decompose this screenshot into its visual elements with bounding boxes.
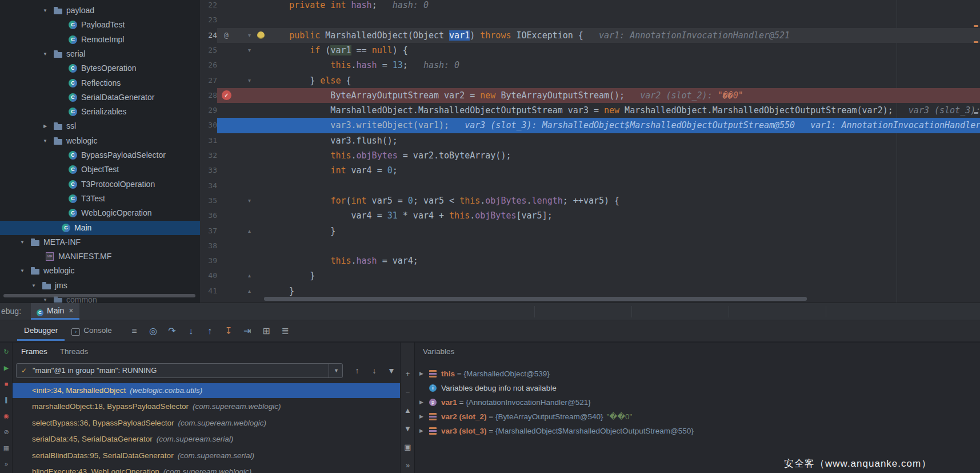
tree-item-jms[interactable]: ▼jms bbox=[0, 279, 200, 293]
breakpoint-icon[interactable]: ✓ bbox=[222, 90, 231, 100]
tree-item-serializables[interactable]: CSerializables bbox=[0, 105, 200, 119]
code-line-32[interactable]: 32 this.objBytes = var2.toByteArray(); bbox=[200, 148, 980, 163]
mute-breakpoints-icon[interactable]: ⊘ bbox=[0, 425, 13, 439]
more-actions-icon[interactable]: » bbox=[401, 461, 415, 470]
step-over-icon[interactable]: ↷ bbox=[166, 320, 178, 341]
view-breakpoints-icon[interactable]: ◉ bbox=[0, 409, 13, 423]
tree-item-weblogic[interactable]: ▼weblogic bbox=[0, 134, 200, 148]
code-line-35[interactable]: 35▾ for(int var5 = 0; var5 < this.objByt… bbox=[200, 193, 980, 208]
stop-icon[interactable]: ■ bbox=[0, 377, 13, 391]
close-icon[interactable]: × bbox=[69, 306, 73, 315]
fold-marker-icon[interactable]: ▴ bbox=[248, 224, 251, 239]
variable-row[interactable]: ▶pvar1 = {AnnotationInvocationHandler@52… bbox=[415, 395, 980, 410]
frame-row[interactable]: serialBlindDatas:95, SerialDataGenerator… bbox=[13, 448, 400, 463]
run-to-cursor-icon[interactable]: ⇥ bbox=[242, 320, 253, 341]
code-line-27[interactable]: 27▾ } else { bbox=[200, 73, 980, 88]
variable-row[interactable]: iVariables debug info not available bbox=[415, 381, 980, 395]
variable-row[interactable]: ▶this = {MarshalledObject@539} bbox=[415, 367, 980, 381]
tree-item-ssl[interactable]: ▶ssl bbox=[0, 119, 200, 133]
frame-row[interactable]: serialData:45, SerialDataGenerator(com.s… bbox=[13, 432, 400, 447]
evaluate-expression-icon[interactable]: ⊞ bbox=[261, 320, 272, 341]
code-line-36[interactable]: 36 var4 = 31 * var4 + this.objBytes[var5… bbox=[200, 208, 980, 223]
code-line-22[interactable]: 22 private int hash; hash: 0 bbox=[200, 0, 980, 13]
chevron-expanded-icon[interactable]: ▼ bbox=[41, 134, 49, 148]
fold-marker-icon[interactable]: ▾ bbox=[248, 28, 251, 43]
chevron-expanded-icon[interactable]: ▼ bbox=[30, 279, 38, 293]
error-stripe-mark[interactable] bbox=[974, 25, 978, 27]
tree-item-bypasspayloadselector[interactable]: CBypassPayloadSelector bbox=[0, 148, 200, 162]
tab-debugger[interactable]: Debugger bbox=[17, 320, 65, 341]
chevron-right-icon[interactable]: ▶ bbox=[419, 367, 423, 381]
code-line-28[interactable]: 28✓ ByteArrayOutputStream var2 = new Byt… bbox=[200, 88, 980, 103]
tree-item-serialdatagenerator[interactable]: CSerialDataGenerator bbox=[0, 90, 200, 105]
tree-item-main[interactable]: CMain bbox=[0, 221, 200, 235]
frame-row[interactable]: blindExecute:43, WebLogicOperation(com.s… bbox=[13, 464, 400, 473]
step-into-icon[interactable]: ↓ bbox=[185, 320, 197, 341]
variable-row[interactable]: ▶var2 (slot_2) = {ByteArrayOutputStream@… bbox=[415, 410, 980, 424]
code-line-23[interactable]: 23 bbox=[200, 13, 980, 27]
code-line-34[interactable]: 34 bbox=[200, 178, 980, 193]
editor-horizontal-scrollbar[interactable] bbox=[264, 297, 807, 301]
fold-marker-icon[interactable]: ▾ bbox=[248, 73, 251, 88]
code-line-31[interactable]: 31 var3.flush(); bbox=[200, 133, 980, 148]
layout-settings-icon[interactable]: ≡ bbox=[129, 320, 140, 341]
tree-item-weblogic[interactable]: ▼weblogic bbox=[0, 264, 200, 278]
tree-item-t3test[interactable]: CT3Test bbox=[0, 192, 200, 206]
force-step-into-icon[interactable]: ↧ bbox=[223, 320, 234, 341]
tree-item-objecttest[interactable]: CObjectTest bbox=[0, 162, 200, 177]
code-line-38[interactable]: 38 bbox=[200, 239, 980, 253]
code-line-39[interactable]: 39 this.hash = var4; bbox=[200, 253, 980, 268]
settings-grid-icon[interactable]: ▦ bbox=[0, 441, 13, 455]
frame-row[interactable]: selectBypass:36, BypassPayloadSelector(c… bbox=[13, 416, 400, 431]
more-icon[interactable]: » bbox=[0, 457, 13, 471]
intention-bulb-icon[interactable] bbox=[257, 31, 265, 39]
trace-icon[interactable]: ≣ bbox=[279, 320, 291, 341]
code-line-40[interactable]: 40▴ } bbox=[200, 268, 980, 283]
copy-icon[interactable]: ▣ bbox=[401, 443, 415, 451]
code-line-29[interactable]: 29 MarshalledObject.MarshalledObjectOutp… bbox=[200, 103, 980, 118]
code-line-33[interactable]: 33 int var4 = 0; bbox=[200, 163, 980, 178]
fold-marker-icon[interactable]: ▾ bbox=[248, 193, 251, 208]
tree-item-serial[interactable]: ▼serial bbox=[0, 47, 200, 61]
expand-down-icon[interactable]: ▼ bbox=[401, 424, 415, 433]
tree-item-payload[interactable]: ▼payload bbox=[0, 3, 200, 18]
code-line-30[interactable]: 30 var3.writeObject(var1); var3 (slot_3)… bbox=[200, 118, 980, 133]
remove-watch-icon[interactable]: − bbox=[401, 388, 415, 396]
tree-item-reflections[interactable]: CReflections bbox=[0, 76, 200, 90]
project-tree-scrollbar[interactable] bbox=[3, 294, 195, 297]
tree-item-remoteimpl[interactable]: CRemoteImpl bbox=[0, 33, 200, 47]
tree-item-bytesoperation[interactable]: CBytesOperation bbox=[0, 61, 200, 75]
tab-console[interactable]: ›Console bbox=[65, 320, 119, 341]
variable-row[interactable]: ▶var3 (slot_3) = {MarshalledObject$Marsh… bbox=[415, 424, 980, 438]
expand-up-icon[interactable]: ▲ bbox=[401, 406, 415, 415]
fold-marker-icon[interactable]: ▴ bbox=[248, 268, 251, 283]
error-stripe-mark[interactable] bbox=[974, 112, 978, 114]
pause-icon[interactable]: ∥ bbox=[0, 393, 13, 407]
resume-icon[interactable]: ▶ bbox=[0, 361, 13, 375]
debug-tab-main[interactable]: CMain× bbox=[31, 303, 79, 320]
chevron-expanded-icon[interactable]: ▼ bbox=[18, 264, 26, 278]
chevron-expanded-icon[interactable]: ▼ bbox=[18, 235, 26, 249]
show-execution-point-icon[interactable]: ◎ bbox=[147, 320, 159, 341]
tree-item-manifest-mf[interactable]: MFMANIFEST.MF bbox=[0, 249, 200, 264]
fold-marker-icon[interactable]: ▾ bbox=[248, 43, 251, 58]
tree-item-payloadtest[interactable]: CPayloadTest bbox=[0, 18, 200, 32]
frame-row[interactable]: marshalledObject:18, BypassPayloadSelect… bbox=[13, 399, 400, 414]
tree-item-weblogicoperation[interactable]: CWebLogicOperation bbox=[0, 206, 200, 220]
code-editor[interactable]: 22 private int hash; hash: 02324@▾ publi… bbox=[200, 0, 980, 303]
code-line-37[interactable]: 37▴ } bbox=[200, 224, 980, 239]
code-line-25[interactable]: 25▾ if (var1 == null) { bbox=[200, 43, 980, 58]
chevron-collapsed-icon[interactable]: ▶ bbox=[41, 119, 49, 133]
tree-item-t3protocoloperation[interactable]: CT3ProtocolOperation bbox=[0, 177, 200, 192]
rerun-icon[interactable]: ↻ bbox=[0, 345, 13, 359]
fold-marker-icon[interactable]: ▴ bbox=[248, 284, 251, 299]
chevron-right-icon[interactable]: ▶ bbox=[419, 395, 423, 410]
chevron-right-icon[interactable]: ▶ bbox=[419, 424, 423, 438]
chevron-right-icon[interactable]: ▶ bbox=[419, 410, 423, 424]
error-stripe-mark[interactable] bbox=[974, 41, 978, 43]
chevron-expanded-icon[interactable]: ▼ bbox=[41, 3, 49, 18]
step-out-icon[interactable]: ↑ bbox=[204, 320, 215, 341]
code-line-24[interactable]: 24@▾ public MarshalledObject(Object var1… bbox=[200, 28, 980, 43]
tree-item-meta-inf[interactable]: ▼META-INF bbox=[0, 235, 200, 249]
frame-row[interactable]: <init>:34, MarshalledObject(weblogic.cor… bbox=[13, 383, 400, 398]
